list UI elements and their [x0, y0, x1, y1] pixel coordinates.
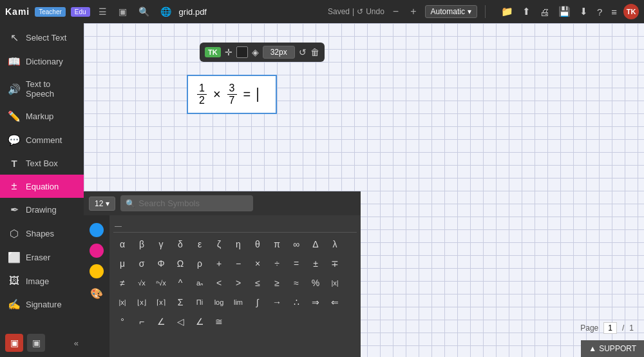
sym-greater[interactable]: >: [229, 274, 247, 292]
sym-sigma[interactable]: σ: [133, 255, 151, 273]
sym-zeta[interactable]: ζ: [210, 235, 228, 253]
ft-color-picker[interactable]: [236, 46, 248, 58]
sym-degree[interactable]: °: [113, 313, 131, 331]
sym-alpha[interactable]: α: [113, 235, 131, 253]
sym-bracket[interactable]: ⌐: [133, 313, 151, 331]
sym-lambda[interactable]: λ: [326, 235, 344, 253]
sym-implies[interactable]: ⇒: [307, 293, 325, 311]
ft-move-icon[interactable]: ✛: [225, 47, 232, 57]
sidebar-item-drawing[interactable]: ✒ Drawing: [0, 198, 84, 222]
sym-therefore[interactable]: ∴: [287, 293, 305, 311]
sym-approx[interactable]: ≈: [287, 274, 305, 292]
sym-notequal[interactable]: ≠: [113, 274, 131, 292]
print-icon[interactable]: 🖨: [537, 5, 552, 19]
menu-icon[interactable]: ≡: [609, 5, 620, 19]
color-blue[interactable]: [90, 223, 104, 237]
sym-prod[interactable]: Πi: [191, 293, 209, 311]
sym-integral[interactable]: ∫: [249, 293, 267, 311]
symbol-search-input[interactable]: [120, 195, 253, 211]
sidebar-item-text-to-speech[interactable]: 🔊 Text to Speech: [0, 73, 84, 104]
sym-sqrt[interactable]: √x: [133, 274, 151, 292]
sym-floor[interactable]: ⌊x⌋: [133, 293, 151, 311]
drawing-icon: ✒: [8, 204, 21, 216]
sym-theta[interactable]: θ: [249, 235, 267, 253]
sym-delta[interactable]: δ: [171, 235, 189, 253]
sym-omega[interactable]: Ω: [171, 255, 189, 273]
sym-caret[interactable]: ^: [171, 274, 189, 292]
sym-sigma2[interactable]: Σ: [171, 293, 189, 311]
sym-angle2[interactable]: ∠: [191, 313, 209, 331]
sym-phi[interactable]: Φ: [152, 255, 170, 273]
sym-implied[interactable]: ⇐: [326, 293, 344, 311]
font-size-control[interactable]: 12 ▾: [89, 197, 115, 211]
sym-lim[interactable]: lim: [229, 293, 247, 311]
sym-delta-upper[interactable]: Δ: [307, 235, 325, 253]
sym-arrow[interactable]: →: [268, 293, 286, 311]
sym-geq[interactable]: ≥: [268, 274, 286, 292]
search-btn[interactable]: 🔍: [135, 5, 153, 18]
sidebar-item-comment[interactable]: 💬 Comment: [0, 128, 84, 152]
sym-triangle-left[interactable]: ◁: [171, 313, 189, 331]
sidebar-item-signature[interactable]: ✍ Signature: [0, 293, 84, 316]
ft-size-control[interactable]: 32px: [263, 46, 295, 59]
sym-minusplus[interactable]: ∓: [326, 255, 344, 273]
zoom-in-btn[interactable]: +: [407, 5, 419, 19]
sym-infty[interactable]: ∞: [287, 235, 305, 253]
save-icon[interactable]: 💾: [556, 5, 573, 19]
sym-nsqrt[interactable]: ⁿ√x: [152, 274, 170, 292]
share-icon[interactable]: ⬆: [520, 5, 533, 19]
sym-ceil[interactable]: ⌈x⌉: [152, 293, 170, 311]
sym-abs[interactable]: |x|: [326, 274, 344, 292]
sym-epsilon[interactable]: ε: [191, 235, 209, 253]
sym-divide[interactable]: ÷: [268, 255, 286, 273]
equation-box[interactable]: 1 2 × 3 7 =: [187, 75, 277, 114]
sidebar-item-markup[interactable]: ✏️ Markup: [0, 104, 84, 128]
sym-congruent[interactable]: ≅: [210, 313, 228, 331]
sym-log[interactable]: log: [210, 293, 228, 311]
sym-mu[interactable]: μ: [113, 255, 131, 273]
page-number-input[interactable]: 1: [603, 322, 617, 334]
sym-angle[interactable]: ∠: [152, 313, 170, 331]
sym-less[interactable]: <: [210, 274, 228, 292]
sym-plus[interactable]: +: [210, 255, 228, 273]
palette-icon[interactable]: 🎨: [90, 287, 103, 300]
ft-delete-btn[interactable]: 🗑: [310, 47, 319, 57]
sidebar-item-text-box[interactable]: T Text Box: [0, 152, 84, 175]
sidebar-item-dictionary[interactable]: 📖 Dictionary: [0, 50, 84, 73]
ft-fill-icon[interactable]: ◈: [252, 47, 259, 57]
ft-undo-btn[interactable]: ↺: [299, 47, 307, 57]
view-mode-btn[interactable]: ▣: [115, 5, 130, 18]
sym-beta[interactable]: β: [133, 235, 151, 253]
sym-subscript[interactable]: aₙ: [191, 274, 209, 292]
color-pink[interactable]: [90, 244, 104, 258]
sym-times[interactable]: ×: [249, 255, 267, 273]
sym-percent[interactable]: %: [307, 274, 325, 292]
sidebar-item-eraser[interactable]: ⬜ Eraser: [0, 246, 84, 269]
sym-absval2[interactable]: |x|: [113, 293, 131, 311]
help-icon[interactable]: ?: [594, 5, 605, 19]
download-icon[interactable]: ⬇: [577, 5, 591, 19]
sym-eta[interactable]: η: [229, 235, 247, 253]
sidebar-bottom-red-btn[interactable]: ▣: [5, 334, 23, 352]
sidebar-item-select-text[interactable]: ↖ Select Text: [0, 26, 84, 50]
sym-pi[interactable]: π: [268, 235, 286, 253]
sym-leq[interactable]: ≤: [249, 274, 267, 292]
sym-gamma[interactable]: γ: [152, 235, 170, 253]
sym-minus[interactable]: −: [229, 255, 247, 273]
sidebar-item-shapes[interactable]: ⬡ Shapes: [0, 222, 84, 246]
canvas-area[interactable]: TK ✛ ◈ 32px ↺ 🗑 1 2 × 3 7 =: [84, 23, 644, 357]
folder-icon[interactable]: 📁: [498, 5, 516, 19]
color-yellow[interactable]: [90, 264, 104, 278]
sidebar-toggle-btn[interactable]: ☰: [95, 5, 110, 18]
zoom-control[interactable]: Automatic ▾: [425, 5, 477, 18]
sidebar-item-equation[interactable]: ± Equation: [0, 175, 84, 198]
sym-rho[interactable]: ρ: [191, 255, 209, 273]
zoom-out-btn[interactable]: −: [390, 5, 402, 19]
sym-plusminus[interactable]: ±: [307, 255, 325, 273]
avatar[interactable]: TK: [623, 4, 639, 19]
sidebar-item-image[interactable]: 🖼 Image: [0, 269, 84, 293]
sidebar-bottom-dark-btn[interactable]: ▣: [27, 334, 45, 352]
support-button[interactable]: ▲ SUPPORT: [581, 340, 644, 357]
sidebar-collapse-btn[interactable]: «: [74, 338, 79, 348]
sym-equals[interactable]: =: [287, 255, 305, 273]
